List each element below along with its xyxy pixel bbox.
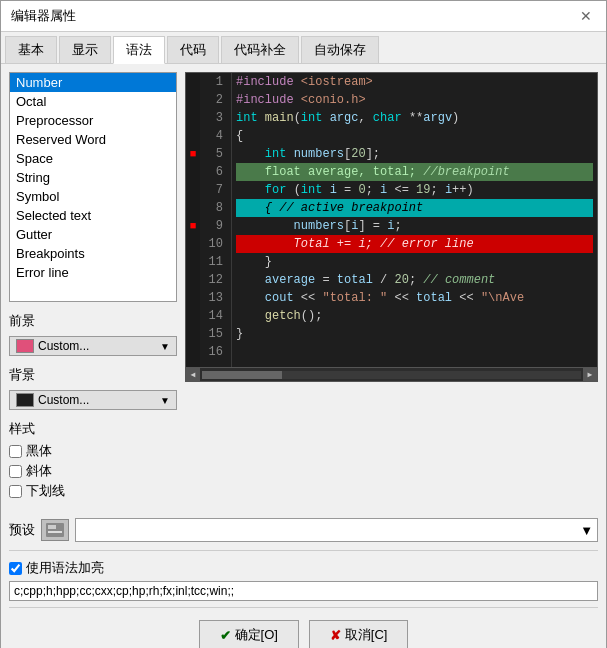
code-line-16: } — [236, 325, 593, 343]
main-content: Number Octal Preprocessor Reserved Word … — [1, 64, 606, 508]
bp-8 — [186, 199, 200, 217]
window-title: 编辑器属性 — [11, 7, 76, 25]
tab-basic[interactable]: 基本 — [5, 36, 57, 63]
syntax-item-breakpoints[interactable]: Breakpoints — [10, 244, 176, 263]
right-panel: ■ ■ 1 — [185, 72, 598, 500]
bp-15 — [186, 325, 200, 343]
underline-checkbox[interactable] — [9, 485, 22, 498]
tab-syntax[interactable]: 语法 — [113, 36, 165, 64]
cancel-icon: ✘ — [330, 628, 341, 643]
syntax-item-gutter[interactable]: Gutter — [10, 225, 176, 244]
scroll-track[interactable] — [202, 371, 581, 379]
code-line-7: float average, total; //breakpoint — [236, 163, 593, 181]
code-line-12: } — [236, 253, 593, 271]
code-line-14: cout << "total: " << total << "\nAve — [236, 289, 593, 307]
syntax-item-space[interactable]: Space — [10, 149, 176, 168]
syntax-item-reserved-word[interactable]: Reserved Word — [10, 130, 176, 149]
bp-5: ■ — [186, 145, 200, 163]
italic-checkbox[interactable] — [9, 465, 22, 478]
extensions-input[interactable] — [9, 581, 598, 601]
syntax-item-error-line[interactable]: Error line — [10, 263, 176, 282]
syntax-check-row: 使用语法加亮 — [1, 555, 606, 579]
tab-autosave[interactable]: 自动保存 — [301, 36, 379, 63]
italic-label: 斜体 — [26, 462, 52, 480]
style-section: 样式 黑体 斜体 下划线 — [9, 420, 177, 500]
svg-rect-1 — [48, 525, 56, 529]
foreground-label: 前景 — [9, 312, 35, 330]
foreground-btn-label: Custom... — [38, 339, 89, 353]
code-line-10: numbers[i] = i; — [236, 217, 593, 235]
ln-4: 4 — [208, 127, 223, 145]
horizontal-scrollbar[interactable]: ◀ ▶ — [186, 367, 597, 381]
syntax-item-octal[interactable]: Octal — [10, 92, 176, 111]
syntax-highlight-checkbox[interactable] — [9, 562, 22, 575]
syntax-list[interactable]: Number Octal Preprocessor Reserved Word … — [9, 72, 177, 302]
syntax-item-preprocessor[interactable]: Preprocessor — [10, 111, 176, 130]
bp-10 — [186, 235, 200, 253]
foreground-swatch — [16, 339, 34, 353]
close-button[interactable]: ✕ — [576, 8, 596, 24]
background-swatch — [16, 393, 34, 407]
cancel-button[interactable]: ✘ 取消[C] — [309, 620, 409, 648]
background-color-button[interactable]: Custom... ▼ — [9, 390, 177, 410]
cancel-label: 取消[C] — [345, 626, 388, 644]
preset-icon — [41, 519, 69, 541]
code-line-2: #include <conio.h> — [236, 91, 593, 109]
bp-12 — [186, 271, 200, 289]
tab-bar: 基本 显示 语法 代码 代码补全 自动保存 — [1, 32, 606, 64]
code-lines: #include <iostream> #include <conio.h> i… — [232, 73, 597, 367]
ln-15: 15 — [208, 325, 223, 343]
preset-dropdown[interactable]: ▼ — [75, 518, 598, 542]
code-line-5: { — [236, 127, 593, 145]
tab-code[interactable]: 代码 — [167, 36, 219, 63]
code-line-9: { // active breakpoint — [236, 199, 593, 217]
bp-7 — [186, 181, 200, 199]
scroll-right-arrow[interactable]: ▶ — [583, 368, 597, 382]
svg-rect-2 — [48, 531, 62, 533]
ln-11: 11 — [208, 253, 223, 271]
ln-1: 1 — [208, 73, 223, 91]
scroll-thumb[interactable] — [202, 371, 282, 379]
scroll-left-arrow[interactable]: ◀ — [186, 368, 200, 382]
syntax-item-number[interactable]: Number — [10, 73, 176, 92]
foreground-color-button[interactable]: Custom... ▼ — [9, 336, 177, 356]
ln-12: 12 — [208, 271, 223, 289]
ln-3: 3 — [208, 109, 223, 127]
ln-14: 14 — [208, 307, 223, 325]
ln-8: 8 — [208, 199, 223, 217]
bp-3 — [186, 109, 200, 127]
ln-6: 6 — [208, 163, 223, 181]
bp-2 — [186, 91, 200, 109]
confirm-button[interactable]: ✔ 确定[O] — [199, 620, 299, 648]
bottom-section: 预设 ▼ 使用语法加亮 ✔ 确 — [1, 514, 606, 648]
preset-label: 预设 — [9, 521, 35, 539]
tab-display[interactable]: 显示 — [59, 36, 111, 63]
style-label: 样式 — [9, 420, 177, 438]
ln-10: 10 — [208, 235, 223, 253]
bp-1 — [186, 73, 200, 91]
code-line-11: Total += i; // error line — [236, 235, 593, 253]
syntax-item-string[interactable]: String — [10, 168, 176, 187]
italic-row: 斜体 — [9, 462, 177, 480]
bold-checkbox[interactable] — [9, 445, 22, 458]
background-row: 背景 — [9, 366, 177, 384]
ln-9: 9 — [208, 217, 223, 235]
confirm-label: 确定[O] — [235, 626, 278, 644]
ln-13: 13 — [208, 289, 223, 307]
underline-row: 下划线 — [9, 482, 177, 500]
ln-2: 2 — [208, 91, 223, 109]
code-line-15: getch(); — [236, 307, 593, 325]
ln-16: 16 — [208, 343, 223, 361]
ln-7: 7 — [208, 181, 223, 199]
background-btn-label: Custom... — [38, 393, 89, 407]
syntax-item-selected-text[interactable]: Selected text — [10, 206, 176, 225]
background-label: 背景 — [9, 366, 35, 384]
extensions-row — [1, 579, 606, 603]
underline-label: 下划线 — [26, 482, 65, 500]
code-line-6: int numbers[20]; — [236, 145, 593, 163]
tab-autocomplete[interactable]: 代码补全 — [221, 36, 299, 63]
bold-row: 黑体 — [9, 442, 177, 460]
code-line-13: average = total / 20; // comment — [236, 271, 593, 289]
bp-11 — [186, 253, 200, 271]
syntax-item-symbol[interactable]: Symbol — [10, 187, 176, 206]
